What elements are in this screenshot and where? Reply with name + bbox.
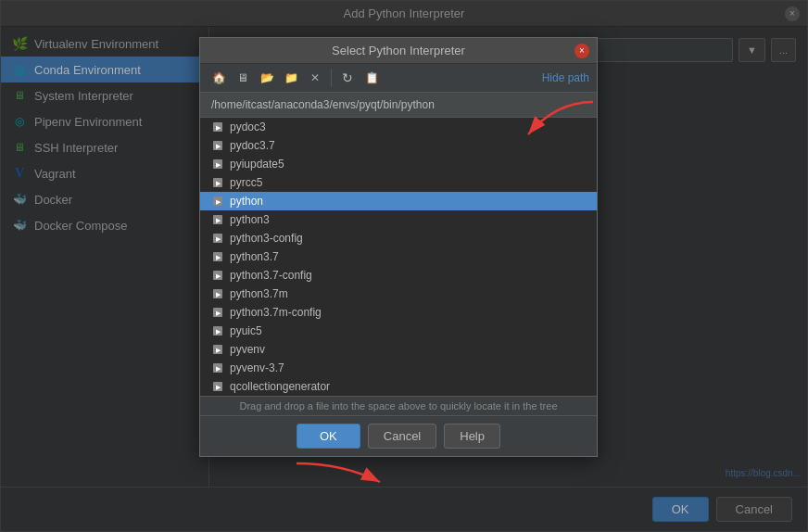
file-name: pyuic5 xyxy=(230,324,262,337)
file-icon: ▶ xyxy=(211,139,224,152)
file-icon: ▶ xyxy=(211,361,224,374)
file-item[interactable]: ▶python3-config xyxy=(200,229,597,247)
toolbar-separator xyxy=(331,70,332,86)
file-icon: ▶ xyxy=(211,176,224,189)
dialog-path-bar xyxy=(200,93,597,118)
file-item[interactable]: ▶qcollectiongenerator xyxy=(200,377,597,396)
dialog-help-button[interactable]: Help xyxy=(444,424,500,449)
dialog-titlebar: Select Python Interpreter × xyxy=(200,38,597,64)
file-name: qcollectiongenerator xyxy=(230,380,330,393)
dialog-title: Select Python Interpreter xyxy=(332,44,465,57)
file-name: python3.7m xyxy=(230,287,288,300)
toolbar-delete-button[interactable]: ✕ xyxy=(304,68,326,88)
file-item[interactable]: ▶python3.7m xyxy=(200,285,597,303)
file-name: python3.7-config xyxy=(230,269,312,282)
file-item[interactable]: ▶python3 xyxy=(200,210,597,229)
file-name: python xyxy=(230,195,263,208)
file-name: pyrcc5 xyxy=(230,176,262,189)
file-icon: ▶ xyxy=(211,232,224,245)
file-name: pydoc3.7 xyxy=(230,139,275,152)
hide-path-link[interactable]: Hide path xyxy=(542,71,589,84)
file-name: python3.7m-config xyxy=(230,306,322,319)
file-icon: ▶ xyxy=(211,287,224,300)
file-item[interactable]: ▶pyuic5 xyxy=(200,322,597,340)
dialog-ok-button[interactable]: OK xyxy=(297,424,360,449)
file-name: python3-config xyxy=(230,232,303,245)
select-interpreter-dialog: Select Python Interpreter × 🏠 🖥 📂 📁 ✕ ↻ … xyxy=(199,37,598,457)
toolbar-newfolder-button[interactable]: 📁 xyxy=(280,68,302,88)
file-item[interactable]: ▶python3.7m-config xyxy=(200,303,597,322)
file-name: python3.7 xyxy=(230,250,279,263)
dialog-file-list[interactable]: ▶pydoc3▶pydoc3.7▶pyiupdate5▶pyrcc5▶pytho… xyxy=(200,118,597,396)
file-item[interactable]: ▶python xyxy=(200,192,597,210)
dialog-cancel-button[interactable]: Cancel xyxy=(368,424,436,449)
file-icon: ▶ xyxy=(211,343,224,356)
toolbar-folder-button[interactable]: 🖥 xyxy=(232,68,254,88)
dialog-hint: Drag and drop a file into the space abov… xyxy=(200,396,597,415)
file-name: pyvenv-3.7 xyxy=(230,361,284,374)
file-icon: ▶ xyxy=(211,324,224,337)
file-name: pyiupdate5 xyxy=(230,158,284,171)
toolbar-copy-button[interactable]: 📋 xyxy=(360,68,383,88)
path-input[interactable] xyxy=(208,96,589,113)
toolbar-refresh-button[interactable]: ↻ xyxy=(336,68,359,88)
file-item[interactable]: ▶python3.7-config xyxy=(200,266,597,285)
file-icon: ▶ xyxy=(211,195,224,208)
file-item[interactable]: ▶pyvenv xyxy=(200,340,597,359)
file-name: pydoc3 xyxy=(230,120,266,133)
toolbar-home-button[interactable]: 🏠 xyxy=(208,68,230,88)
dialog-toolbar: 🏠 🖥 📂 📁 ✕ ↻ 📋 Hide path xyxy=(200,64,597,93)
dialog-buttons: OK Cancel Help xyxy=(200,415,597,456)
file-item[interactable]: ▶pyrcc5 xyxy=(200,173,597,192)
file-icon: ▶ xyxy=(211,158,224,171)
file-icon: ▶ xyxy=(211,380,224,393)
file-item[interactable]: ▶pyvenv-3.7 xyxy=(200,359,597,377)
file-name: pyvenv xyxy=(230,343,265,356)
file-icon: ▶ xyxy=(211,269,224,282)
dialog-close-button[interactable]: × xyxy=(574,44,589,58)
file-item[interactable]: ▶pydoc3 xyxy=(200,118,597,136)
file-icon: ▶ xyxy=(211,306,224,319)
file-icon: ▶ xyxy=(211,120,224,133)
file-item[interactable]: ▶python3.7 xyxy=(200,247,597,266)
file-item[interactable]: ▶pyiupdate5 xyxy=(200,155,597,173)
file-icon: ▶ xyxy=(211,250,224,263)
toolbar-parent-button[interactable]: 📂 xyxy=(256,68,278,88)
file-icon: ▶ xyxy=(211,213,224,226)
file-item[interactable]: ▶pydoc3.7 xyxy=(200,136,597,155)
file-name: python3 xyxy=(230,213,270,226)
